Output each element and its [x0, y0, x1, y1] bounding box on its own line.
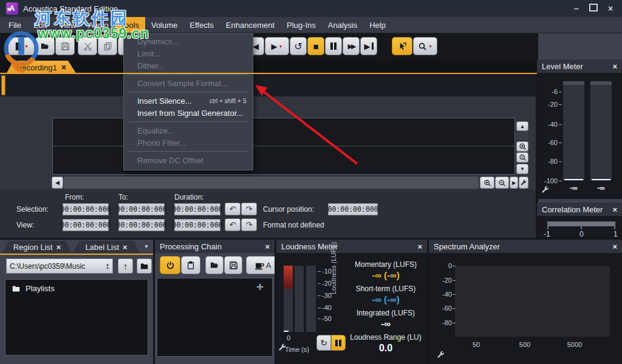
menu-help[interactable]: Help: [363, 17, 392, 33]
tab-close-icon[interactable]: ×: [61, 62, 66, 72]
folder-up-button[interactable]: ↑: [118, 258, 133, 274]
tab-label-list[interactable]: Label List ×: [73, 241, 140, 253]
selection-from-field[interactable]: 00:00:00:000: [63, 203, 109, 215]
tab-overflow-chevron-icon[interactable]: ▼: [144, 244, 149, 249]
close-icon[interactable]: ×: [612, 62, 617, 71]
db-tick: -60: [436, 305, 452, 312]
save-button[interactable]: [55, 37, 75, 55]
wrench-icon[interactable]: [436, 350, 445, 359]
chain-save-button[interactable]: [224, 256, 242, 274]
vertical-zoom-out-button[interactable]: [516, 152, 528, 163]
scroll-down-button[interactable]: ▼: [516, 164, 528, 174]
fast-forward-button[interactable]: ▶▶: [343, 37, 360, 55]
selection-to-field[interactable]: 00:00:00:000: [118, 203, 165, 215]
tab-close-icon[interactable]: ×: [123, 243, 128, 252]
selection-redo-button[interactable]: ↷: [241, 203, 257, 215]
browse-folder-button[interactable]: [137, 258, 152, 274]
db-tick: -100: [542, 177, 558, 184]
folder-path-combobox[interactable]: C:\Users\pc0359\Music ▲▼: [6, 258, 113, 274]
pause-button[interactable]: [325, 37, 342, 55]
menu-edit[interactable]: Edit: [27, 17, 53, 33]
menu-plugins[interactable]: Plug-Ins: [281, 17, 322, 33]
tab-close-icon[interactable]: ×: [56, 243, 61, 252]
view-redo-button[interactable]: ↷: [241, 218, 257, 231]
cursor-position-field[interactable]: 00:00:00:000: [328, 203, 378, 215]
minimize-button[interactable]: –: [571, 4, 582, 13]
waveform-overview[interactable]: [0, 74, 537, 97]
loudness-reset-button[interactable]: ↻: [316, 335, 331, 351]
selection-tool-button[interactable]: [392, 37, 412, 55]
menu-tools[interactable]: Tools: [115, 17, 145, 33]
maximize-button[interactable]: [588, 4, 599, 13]
view-to-field[interactable]: 00:00:00:000: [118, 219, 165, 231]
view-from-field[interactable]: 00:00:00:000: [63, 219, 109, 231]
chain-open-button[interactable]: [205, 256, 224, 274]
close-icon[interactable]: ×: [612, 205, 617, 214]
menu-effects[interactable]: Effects: [183, 17, 220, 33]
follow-playback-button[interactable]: ▶: [510, 177, 518, 189]
loudness-axis-label: Loudness (LUFS): [330, 242, 337, 294]
view-duration-field[interactable]: 00:00:00:000: [174, 219, 220, 231]
menu-item-dynamics[interactable]: Dynamics...: [124, 35, 253, 47]
cut-button[interactable]: [78, 37, 97, 55]
horizontal-zoom-out-button[interactable]: [495, 177, 509, 189]
chain-paste-button[interactable]: [181, 256, 200, 274]
new-file-button[interactable]: ▼: [8, 37, 35, 55]
open-file-button[interactable]: [35, 37, 55, 55]
processing-chain-list[interactable]: +: [157, 278, 273, 357]
menu-view[interactable]: View: [53, 17, 82, 33]
horizontal-zoom-in-button[interactable]: [480, 177, 494, 189]
menu-enhancement[interactable]: Enhancement: [220, 17, 281, 33]
loop-button[interactable]: ↺: [290, 37, 307, 55]
close-icon[interactable]: ×: [612, 242, 617, 251]
list-item[interactable]: Playlists: [5, 280, 148, 297]
menu-audio[interactable]: Audio: [82, 17, 114, 33]
spectrum-analyzer-header[interactable]: Spectrum Analyzer ×: [429, 240, 622, 253]
combo-spinner-icon[interactable]: ▲▼: [106, 263, 109, 270]
editor-settings-button[interactable]: [519, 177, 528, 189]
vertical-zoom-in-button[interactable]: [516, 141, 528, 152]
menu-file[interactable]: File: [2, 17, 27, 33]
play-button[interactable]: ▶▼: [265, 37, 289, 55]
menu-analysis[interactable]: Analysis: [322, 17, 363, 33]
tab-region-list[interactable]: Region List ×: [2, 241, 72, 253]
zoom-tool-button[interactable]: ▼: [413, 37, 437, 55]
close-button[interactable]: ×: [605, 4, 616, 13]
loudness-meter-header[interactable]: Loudness Meter ×: [276, 240, 427, 253]
menu-item-remove-dc-offset[interactable]: Remove DC Offset: [124, 154, 253, 166]
play-icon: ▶: [512, 180, 516, 186]
scroll-up-button[interactable]: ▲: [516, 121, 528, 131]
menu-item-equalize[interactable]: Equalize...: [124, 124, 253, 136]
document-tab-recording1[interactable]: Recording1 ×: [6, 61, 77, 74]
menu-item-phono-filter[interactable]: Phono Filter...: [124, 136, 253, 149]
integrated-value: -∞: [340, 318, 431, 329]
view-undo-button[interactable]: ↶: [225, 218, 241, 231]
file-list[interactable]: Playlists: [5, 279, 148, 356]
save-icon: [61, 42, 70, 51]
menu-volume[interactable]: Volume: [145, 17, 183, 33]
stop-button[interactable]: ■: [307, 37, 324, 55]
horizontal-scrollbar-track[interactable]: [64, 177, 479, 189]
chain-power-button[interactable]: [160, 256, 180, 274]
menu-item-insert-from-signal-generator[interactable]: Insert from Signal Generator...: [124, 107, 253, 119]
chain-freeze-button[interactable]: A: [246, 256, 275, 274]
add-effect-button[interactable]: +: [256, 280, 264, 294]
menu-item-dither[interactable]: Dither...: [124, 59, 253, 72]
scroll-left-button[interactable]: ◀: [52, 177, 63, 189]
waveform-display[interactable]: [52, 118, 515, 175]
copy-button[interactable]: [98, 37, 117, 55]
vertical-scrollbar-track[interactable]: [516, 132, 528, 140]
menu-item-insert-silence[interactable]: Insert Silence... ctrl + shift + S: [124, 95, 253, 107]
wrench-icon[interactable]: [541, 185, 550, 194]
selection-duration-field[interactable]: 00:00:00:000: [174, 203, 220, 215]
processing-chain-header[interactable]: Processing Chain ×: [155, 240, 275, 253]
selection-undo-button[interactable]: ↶: [225, 203, 241, 215]
level-meter-header[interactable]: Level Meter ×: [537, 59, 622, 73]
menu-item-convert-sample-format[interactable]: Convert Sample Format...: [124, 77, 253, 89]
close-icon[interactable]: ×: [265, 242, 270, 251]
menu-item-limit[interactable]: Limit...: [124, 47, 253, 59]
close-icon[interactable]: ×: [417, 242, 422, 251]
skip-to-end-button[interactable]: ▶: [360, 37, 377, 55]
overview-position-marker[interactable]: [1, 75, 5, 95]
correlation-meter-header[interactable]: Correlation Meter ×: [537, 203, 622, 216]
